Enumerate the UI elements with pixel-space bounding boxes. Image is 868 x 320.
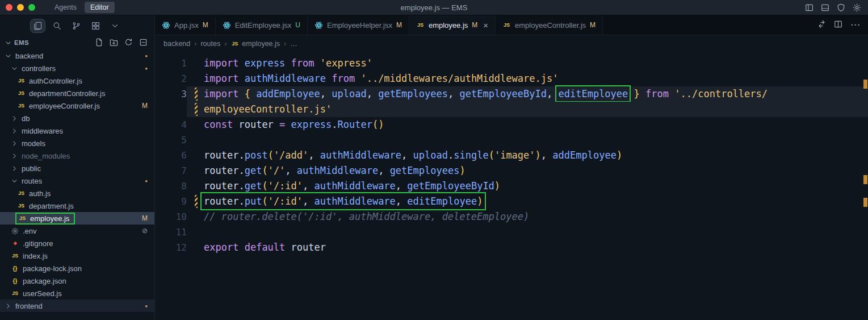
- js-file-icon: JS: [18, 215, 27, 221]
- modified-dot: ●: [145, 178, 148, 184]
- tree-item-userseed-js[interactable]: JSuserSeed.js: [0, 287, 154, 300]
- layout-panel-button[interactable]: [821, 3, 829, 12]
- breadcrumb-separator: ›: [284, 40, 286, 48]
- tree-item-public[interactable]: public: [0, 162, 154, 174]
- modified-badge: M: [203, 21, 208, 29]
- code-line-10[interactable]: 10// router.delete('/:id', authMiddlewar…: [155, 209, 868, 225]
- tree-item-label: employeeController.js: [29, 102, 100, 110]
- layout-sidebar-button[interactable]: [805, 3, 814, 12]
- code-text: import authMiddleware from '../middlewar…: [204, 71, 868, 86]
- breadcrumb-employee-js[interactable]: JSemployee.js: [230, 40, 280, 48]
- breadcrumb-backend[interactable]: backend: [163, 40, 190, 48]
- tree-item-gitignore[interactable]: .gitignore: [0, 237, 154, 250]
- split-editor-button[interactable]: [834, 20, 842, 31]
- gutter: [187, 178, 204, 194]
- tree-item-departmentcontroller-js[interactable]: JSdepartmentController.js: [0, 87, 154, 99]
- breadcrumb-routes[interactable]: routes: [200, 40, 220, 48]
- git-modified-gutter: [187, 194, 204, 209]
- code-line-wrap[interactable]: employeeController.js': [155, 102, 868, 117]
- line-number: 3: [155, 86, 187, 102]
- explorer-button[interactable]: [31, 19, 45, 32]
- tree-item-models[interactable]: models: [0, 137, 154, 149]
- code-line-12[interactable]: 12export default router: [155, 240, 868, 255]
- json-file-icon: {}: [11, 278, 19, 284]
- tab-label: EmployeeHelper.jsx: [327, 21, 392, 30]
- explorer-header[interactable]: EMS: [0, 36, 154, 49]
- tree-item-label: department.js: [29, 202, 74, 210]
- modified-dot: ●: [145, 53, 148, 59]
- code-line-6[interactable]: 6router.post('/add', authMiddleware, upl…: [155, 148, 868, 163]
- gutter: [187, 71, 204, 86]
- tree-item-backend[interactable]: backend●: [0, 49, 154, 62]
- search-button[interactable]: [50, 19, 64, 32]
- tree-item-package-json[interactable]: {}package.json: [0, 275, 154, 287]
- code-line-2[interactable]: 2import authMiddleware from '../middlewa…: [155, 71, 868, 86]
- tree-item-node-modules[interactable]: node_modules: [0, 149, 154, 162]
- tree-item-authcontroller-js[interactable]: JSauthController.js: [0, 74, 154, 87]
- tree-item-db[interactable]: db: [0, 112, 154, 124]
- tree-item-env[interactable]: .env⊘: [0, 225, 154, 237]
- tree-item-employee-js[interactable]: JSemployee.jsM: [0, 212, 154, 225]
- line-number: 11: [155, 225, 187, 240]
- annotation-box: JSemployee.js: [15, 213, 75, 225]
- new-folder-icon: [110, 38, 118, 47]
- shield-button[interactable]: [837, 3, 845, 12]
- tree-item-auth-js[interactable]: JSauth.js: [0, 187, 154, 200]
- code-line-3[interactable]: 3import { addEmployee, upload, getEmploy…: [155, 86, 868, 102]
- code-line-7[interactable]: 7router.get('/', authMiddleware, getEmpl…: [155, 163, 868, 178]
- tab-employee-js[interactable]: JSemployee.jsM×: [409, 15, 496, 35]
- tab-employeehelper-jsx[interactable]: EmployeeHelper.jsxM: [308, 15, 409, 35]
- extensions-button[interactable]: [89, 19, 103, 32]
- refresh-button[interactable]: [124, 38, 133, 48]
- code-text: export default router: [204, 240, 868, 255]
- code-line-5[interactable]: 5: [155, 132, 868, 148]
- code-line-4[interactable]: 4const router = express.Router(): [155, 117, 868, 132]
- tree-item-package-lock-json[interactable]: {}package-lock.json: [0, 262, 154, 275]
- code-line-1[interactable]: 1import express from 'express': [155, 56, 868, 71]
- shield-icon: [837, 3, 845, 12]
- code-editor[interactable]: 1import express from 'express'2import au…: [155, 52, 868, 255]
- tree-item-index-js[interactable]: JSindex.js: [0, 250, 154, 262]
- collapse-all-button[interactable]: [139, 38, 148, 48]
- gear-file-icon: [11, 227, 19, 235]
- tree-item-controllers[interactable]: controllers●: [0, 62, 154, 74]
- new-folder-button[interactable]: [110, 38, 118, 48]
- chevron-right-icon: [11, 152, 18, 160]
- explorer-title: EMS: [14, 39, 29, 46]
- breadcrumb: backend›routes›JSemployee.js›…: [155, 35, 868, 52]
- close-tab-icon[interactable]: ×: [483, 20, 488, 30]
- editor-tab[interactable]: Editor: [85, 2, 115, 13]
- modified-badge: M: [396, 21, 402, 29]
- tree-item-middlewares[interactable]: middlewares: [0, 124, 154, 137]
- gutter: [187, 240, 204, 255]
- compare-button[interactable]: [817, 20, 826, 31]
- tree-item-routes[interactable]: routes●: [0, 174, 154, 187]
- tab-editemployee-jsx[interactable]: EditEmployee.jsxU: [216, 15, 308, 35]
- gutter: [187, 56, 204, 71]
- untracked-badge: U: [295, 21, 300, 29]
- titlebar: Agents Editor employee.js — EMS: [0, 0, 868, 15]
- code-line-11[interactable]: 11: [155, 225, 868, 240]
- chevron-down-button[interactable]: [108, 19, 122, 32]
- chevron-down-icon: [111, 22, 119, 30]
- chevron-right-icon: [11, 115, 18, 122]
- line-number: 10: [155, 209, 187, 225]
- tree-item-department-js[interactable]: JSdepartment.js: [0, 200, 154, 212]
- code-text: router.put('/:id', authMiddleware, editE…: [204, 194, 868, 209]
- tree-item-employeecontroller-js[interactable]: JSemployeeController.jsM: [0, 99, 154, 112]
- modified-badge: M: [590, 21, 596, 29]
- more-button[interactable]: ⋯: [850, 20, 860, 30]
- settings-gear-button[interactable]: [853, 3, 861, 12]
- new-file-button[interactable]: [95, 38, 103, 48]
- modified-dot: ●: [145, 66, 148, 71]
- tree-item-label: frontend: [15, 302, 43, 310]
- line-number: 12: [155, 240, 187, 255]
- tab-employeecontroller-js[interactable]: JSemployeeController.jsM: [496, 15, 603, 35]
- code-line-8[interactable]: 8router.get('/:id', authMiddleware, getE…: [155, 178, 868, 194]
- source-control-button[interactable]: [69, 19, 83, 32]
- breadcrumb-ellipsis[interactable]: …: [290, 40, 297, 48]
- tab-app-jsx[interactable]: App.jsxM: [155, 15, 216, 35]
- code-line-9[interactable]: 9router.put('/:id', authMiddleware, edit…: [155, 194, 868, 209]
- breadcrumb-separator: ›: [224, 40, 227, 48]
- tree-item-frontend[interactable]: frontend●: [0, 300, 154, 312]
